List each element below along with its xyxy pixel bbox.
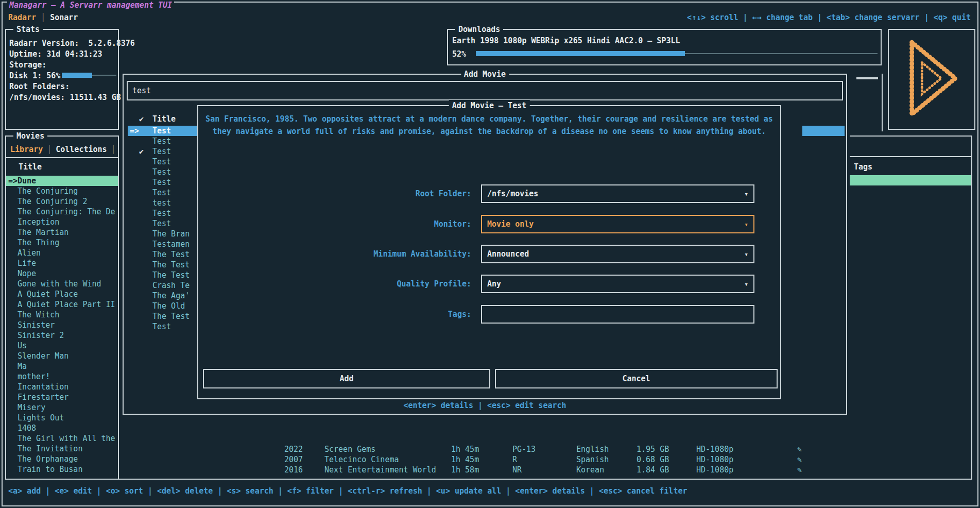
result-title: Test <box>152 147 171 156</box>
results-header: ✔ Title <box>128 114 176 124</box>
search-result-item[interactable]: => ✔ Test <box>128 157 198 167</box>
movie-list-item[interactable]: => Inception <box>6 217 118 227</box>
movie-title: The Thing <box>18 238 59 247</box>
root-folder-dropdown: Root Folder: /nfs/movies ▾ <box>198 184 780 203</box>
stats-panel-title: Stats <box>13 24 43 35</box>
movie-table-row[interactable]: 2016 Next Entertainment World 1h 58m NR … <box>0 465 980 475</box>
movie-title: Firestarter <box>18 393 68 402</box>
search-result-item[interactable]: => ✔ Test <box>128 136 198 146</box>
dropdown-arrow-icon: ▾ <box>744 280 748 288</box>
movie-list-item[interactable]: => Gone with the Wind <box>6 279 118 289</box>
search-result-item[interactable]: => ✔ The Aga' <box>128 291 198 301</box>
scrollbar-thumb[interactable] <box>856 77 878 79</box>
field-label: Minimum Availability: <box>198 245 471 263</box>
movie-certification: R <box>512 454 517 465</box>
top-keybindings: <↑↓> scroll | ←→ change tab | <tab> chan… <box>687 13 971 22</box>
add-movie-modal: Add Movie – Test San Francisco, 1985. Tw… <box>197 105 781 399</box>
field-input[interactable]: /nfs/movies ▾ <box>481 184 754 203</box>
field-input[interactable]: ▾ <box>481 305 754 324</box>
search-result-item[interactable]: => ✔ The Old <box>128 301 198 311</box>
movie-list-item[interactable]: => The Witch <box>6 310 118 320</box>
movie-list-item[interactable]: => The Invitation <box>6 444 118 454</box>
movie-title: The Conjuring 2 <box>18 197 87 206</box>
movie-list-item[interactable]: => A Quiet Place <box>6 289 118 299</box>
field-input[interactable]: Announced ▾ <box>481 245 754 263</box>
movie-list-item[interactable]: => The Conjuring: The De <box>6 207 118 217</box>
movie-list-item[interactable]: => Dune <box>6 176 118 186</box>
movie-list-item[interactable]: => 1408 <box>6 423 118 433</box>
movie-search-input[interactable] <box>127 81 843 100</box>
search-result-item[interactable]: => ✔ Test <box>128 126 198 136</box>
modal-fields: Root Folder: /nfs/movies ▾ Monitor: Movi… <box>198 106 780 398</box>
download-item[interactable]: Earth 1998 1080p WEBRip x265 Hindi AAC2.… <box>452 36 680 45</box>
tab-collections[interactable]: Collections <box>56 145 107 154</box>
movie-list-item[interactable]: => The Martian <box>6 227 118 238</box>
field-input[interactable]: Any ▾ <box>481 275 754 293</box>
in-library-check-icon: ✔ <box>139 147 152 156</box>
movie-list-item[interactable]: => The Conjuring 2 <box>6 196 118 207</box>
movie-list-item[interactable]: => Incantation <box>6 382 118 392</box>
search-result-item[interactable]: => ✔ Test <box>128 321 198 332</box>
movie-list-item[interactable]: => The Conjuring <box>6 186 118 196</box>
movie-list-item[interactable]: => The Thing <box>6 238 118 248</box>
search-result-item[interactable]: => ✔ Test <box>128 208 198 218</box>
movie-list-item[interactable]: => mother! <box>6 371 118 382</box>
search-results-list: => ✔ Test => ✔ Test => ✔ Test => ✔ Test … <box>128 126 198 332</box>
search-result-item[interactable]: => ✔ The Bran <box>128 229 198 239</box>
search-result-item[interactable]: => ✔ The Test <box>128 249 198 260</box>
movie-title: Life <box>18 259 36 268</box>
movie-runtime: 1h 58m <box>451 465 479 475</box>
search-result-item[interactable]: => ✔ test <box>128 198 198 208</box>
result-title: The Test <box>152 260 190 269</box>
movie-list-item[interactable]: => Sinister 2 <box>6 330 118 341</box>
result-title: The Aga' <box>152 291 190 300</box>
app-window: Managarr – A Servarr management TUI Rada… <box>0 0 980 508</box>
disk-usage-label: Disk 1: 56% <box>9 71 60 81</box>
tab-library[interactable]: Library <box>10 145 43 154</box>
tab-radarr[interactable]: Radarr <box>8 13 36 22</box>
field-label: Tags: <box>198 305 471 324</box>
movie-list-item[interactable]: => Firestarter <box>6 392 118 402</box>
cancel-button[interactable]: Cancel <box>495 369 778 388</box>
search-result-item[interactable]: => ✔ The Test <box>128 260 198 270</box>
result-title: Test <box>152 157 171 166</box>
search-result-item[interactable]: => ✔ Test <box>128 218 198 229</box>
tab-sonarr[interactable]: Sonarr <box>50 13 78 22</box>
movie-list-item[interactable]: => The Girl with All the <box>6 433 118 444</box>
tab-separator: │ <box>41 13 45 22</box>
search-result-item[interactable]: => ✔ Test <box>128 188 198 198</box>
movie-size: 1.84 GB <box>637 465 669 475</box>
movie-title: A Quiet Place <box>18 290 78 299</box>
movie-list-item[interactable]: => Nope <box>6 268 118 279</box>
tags-column-header: Tags <box>854 162 872 172</box>
movie-list-item[interactable]: => Misery <box>6 402 118 413</box>
movie-list-item[interactable]: => The Orphanage <box>6 454 118 464</box>
downloads-panel: Downloads Earth 1998 1080p WEBRip x265 H… <box>447 29 882 65</box>
search-result-item[interactable]: => ✔ Testamen <box>128 239 198 249</box>
movie-list-item[interactable]: => Train to Busan <box>6 464 118 475</box>
dropdown-arrow-icon: ▾ <box>744 221 748 228</box>
movie-list-item[interactable]: => Slender Man <box>6 351 118 361</box>
search-result-item[interactable]: => ✔ The Test <box>128 270 198 280</box>
border-fragment <box>882 74 883 131</box>
movie-list-item[interactable]: => A Quiet Place Part II <box>6 299 118 310</box>
field-input[interactable]: Movie only ▾ <box>481 215 754 233</box>
movie-list-item[interactable]: => Us <box>6 341 118 351</box>
search-result-item[interactable]: => ✔ Test <box>128 146 198 157</box>
movie-list-item[interactable]: => Alien <box>6 248 118 258</box>
add-movie-keybindings: <enter> details | <esc> edit search <box>124 401 846 410</box>
movie-list-item[interactable]: => Lights Out <box>6 413 118 423</box>
movie-table-row[interactable]: 2007 Telecinco Cinema 1h 45m R Spanish 0… <box>0 454 980 465</box>
movie-table-row[interactable]: 2022 Screen Gems 1h 45m PG-13 English 1.… <box>0 444 980 454</box>
search-result-item[interactable]: => ✔ Test <box>128 177 198 188</box>
movie-list-item[interactable]: => Sinister <box>6 320 118 330</box>
search-result-item[interactable]: => ✔ The Test <box>128 311 198 321</box>
add-button[interactable]: Add <box>203 369 490 388</box>
search-result-item[interactable]: => ✔ Test <box>128 167 198 177</box>
movie-certification: NR <box>512 465 522 475</box>
search-result-item[interactable]: => ✔ Crash Te <box>128 280 198 291</box>
edit-pencil-icon: ✎ <box>797 465 802 475</box>
movie-list-item[interactable]: => Ma <box>6 361 118 371</box>
movie-list-item[interactable]: => Life <box>6 258 118 268</box>
field-label: Monitor: <box>198 215 471 233</box>
